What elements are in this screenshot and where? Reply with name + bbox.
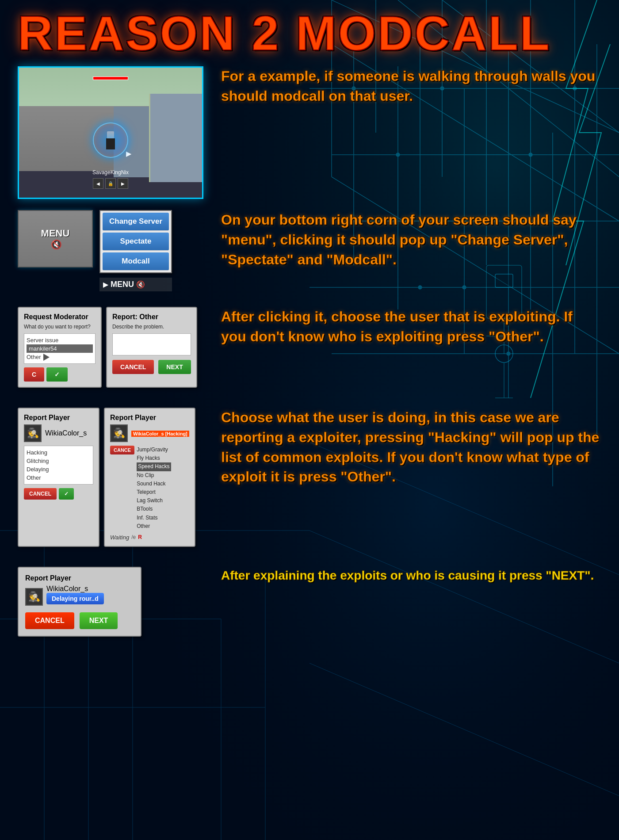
report-player3-next[interactable]: NEXT [80,612,118,629]
dialog2-next[interactable]: NEXT [158,360,191,374]
menu-panel: MENU 🔇 [18,210,93,267]
dialog2-title: Report: Other [112,313,191,321]
report-player-dialog1: Report Player 🕵️ WikiaColor_s Hacking Gl… [18,408,99,547]
report-player3-username: WikiaColor_s [46,585,104,593]
delaying-tag: Delaying rour..d [46,593,104,604]
report-player1-title: Report Player [24,414,93,422]
menu-item-modcall[interactable]: Modcall [103,252,169,271]
dialog2-cancel[interactable]: CANCEL [112,360,154,374]
list-item-user[interactable]: mankiler54 [27,344,93,353]
dialog2-subtitle: Describe the problem. [112,324,191,330]
report-player2-title: Report Player [110,414,189,422]
nav-lock[interactable]: 🔒 [105,178,116,189]
exploit-lagswitch[interactable]: Lag Switch [137,496,171,505]
avatar3: 🕵️ [25,588,43,606]
option-other[interactable]: Other [27,473,91,482]
option-delaying[interactable]: Delaying [27,465,91,473]
exploit-teleport[interactable]: Teleport [137,488,171,496]
request-moderator-dialog: Request Moderator What do you want to re… [18,307,102,388]
exploit-noclip[interactable]: No Clip [137,471,171,480]
section4-text: Choose what the user is doing, in this c… [221,408,601,487]
report-player1-cancel[interactable]: CANCEL [24,488,57,500]
exploit-jump[interactable]: Jump/Gravity [137,446,171,454]
section3-text: After clicking it, choose the user that … [221,307,601,347]
page-title: REASON 2 MODCALL [18,9,601,57]
speaker-icon: 🔇 [51,240,62,249]
report-other-dialog: Report: Other Describe the problem. CANC… [106,307,197,388]
nav-username: SavageKingNix [92,169,129,176]
report-player-large: Report Player 🕵️ WikiaColor_s Delaying r… [18,567,141,637]
speaker-icon-bottom: 🔇 [136,280,145,289]
exploit-btools[interactable]: BTools [137,505,171,513]
dialog1-subtitle: What do you want to report? [24,324,96,330]
menu-item-change-server[interactable]: Change Server [103,213,169,231]
menu-label: MENU [41,228,70,239]
list-item-server[interactable]: Server issue [27,336,93,344]
exploit-other[interactable]: Other [137,522,171,531]
popup-menu: Change Server Spectate Modcall [99,210,172,273]
exploit-speed[interactable]: Speed Hacks [137,462,171,471]
exploit-fly[interactable]: Fly Hacks [137,454,171,462]
dialog1-cancel[interactable]: C [24,367,44,382]
waiting-text: Waiting [110,534,129,541]
option-glitching[interactable]: Glitching [27,457,91,465]
nav-next[interactable]: ▶ [118,178,128,189]
avatar1: 🕵️ [24,424,42,442]
nav-prev[interactable]: ◀ [93,178,103,189]
report-player3-title: Report Player [25,574,134,582]
game-screenshot: ▶ SavageKingNix ◀ 🔒 ▶ [18,66,203,199]
dialog1-title: Request Moderator [24,313,96,321]
list-cursor [43,354,50,361]
section2-text: On your bottom right corn of your screen… [221,210,601,269]
section1-text: For a example, if someone is walking thr… [221,66,601,106]
report-player-dialog2: Report Player 🕵️ WikiaColor_s [Hacking] … [104,408,195,547]
option-hacking[interactable]: Hacking [27,448,91,457]
report-player2-cancel[interactable]: CANCE [110,446,134,454]
report-player1-username: WikiaColor_s [45,429,87,437]
exploit-sound[interactable]: Sound Hack [137,480,171,488]
exploit-infstats[interactable]: Inf. Stats [137,514,171,522]
menu-item-spectate[interactable]: Spectate [103,233,169,251]
report-player2-username: WikiaColor_s [Hacking] [131,431,189,437]
list-item-other[interactable]: Other [27,353,41,361]
exploit-list: Jump/Gravity Fly Hacks Speed Hacks No Cl… [137,446,171,531]
section5-text: After explaining the exploits or who is … [221,567,601,584]
menu-bottom-label: MENU [111,280,134,289]
report-player3-cancel[interactable]: CANCEL [25,612,74,629]
dialog1-confirm[interactable]: ✓ [46,367,68,382]
avatar2: 🕵️ [110,424,128,442]
progress-text: /e [131,534,136,540]
report-player1-confirm[interactable]: ✓ [59,488,74,500]
r-indicator: R [138,534,142,540]
